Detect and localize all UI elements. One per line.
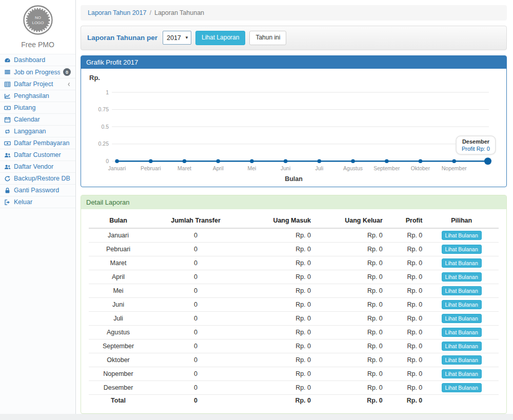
cell-bulan: Januari xyxy=(89,228,148,243)
lihat-bulanan-button[interactable]: Lihat Bulanan xyxy=(442,272,482,282)
svg-text:Oktober: Oktober xyxy=(411,165,430,171)
svg-text:0: 0 xyxy=(106,157,109,164)
dashboard-icon xyxy=(4,57,11,64)
cell-profit: Rp. 0 xyxy=(385,284,425,297)
lihat-bulanan-button[interactable]: Lihat Bulanan xyxy=(442,314,482,323)
table-row-maret: Maret0Rp. 0Rp. 0Rp. 0Lihat Bulanan xyxy=(89,256,499,270)
lihat-bulanan-button[interactable]: Lihat Bulanan xyxy=(442,231,482,240)
sidebar-item-ganti-password[interactable]: Ganti Password xyxy=(0,184,75,196)
total-pilihan-empty xyxy=(424,394,499,406)
cell-jumlah-transfer: 0 xyxy=(148,297,244,311)
svg-text:Pebruari: Pebruari xyxy=(141,165,161,171)
svg-text:NO: NO xyxy=(35,15,41,20)
svg-text:Mei: Mei xyxy=(247,165,256,171)
sidebar-item-backup-restore-db[interactable]: Backup/Restore DB xyxy=(0,172,75,184)
cell-uang-keluar: Rp. 0 xyxy=(313,325,385,339)
cell-profit: Rp. 0 xyxy=(385,228,425,243)
cell-profit: Rp. 0 xyxy=(385,353,425,367)
sidebar-item-piutang[interactable]: Piutang xyxy=(0,102,75,113)
svg-text:0.75: 0.75 xyxy=(98,106,109,112)
y-axis-label: Rp. xyxy=(89,74,499,83)
svg-text:0.5: 0.5 xyxy=(101,123,109,129)
lihat-bulanan-button[interactable]: Lihat Bulanan xyxy=(442,342,482,351)
sidebar-item-calendar[interactable]: Calendar xyxy=(0,113,75,125)
sidebar-item-daftar-vendor[interactable]: Daftar Vendor xyxy=(0,161,75,172)
sidebar-item-langganan[interactable]: Langganan xyxy=(0,125,75,137)
profit-chart[interactable]: 10.750.50.250JanuariPebruariMaretAprilMe… xyxy=(88,84,499,174)
cell-uang-keluar: Rp. 0 xyxy=(313,242,385,256)
table-row-juni: Juni0Rp. 0Rp. 0Rp. 0Lihat Bulanan xyxy=(89,297,499,311)
cell-pilihan: Lihat Bulanan xyxy=(424,256,499,270)
svg-text:Nopember: Nopember xyxy=(442,165,467,171)
sidebar-item-label: Backup/Restore DB xyxy=(14,175,73,182)
detail-laporan-panel: Detail Laporan Bulan Jumlah Transfer Uan… xyxy=(81,195,507,414)
sidebar-menu: DashboardJob on Progress0Daftar ProjectP… xyxy=(0,54,75,208)
year-select[interactable]: 2017 xyxy=(163,31,191,45)
svg-text:0.25: 0.25 xyxy=(98,141,109,147)
lihat-bulanan-button[interactable]: Lihat Bulanan xyxy=(442,258,482,268)
sidebar-item-daftar-pembayaran[interactable]: Daftar Pembayaran xyxy=(0,137,75,149)
tahun-ini-button[interactable]: Tahun ini xyxy=(249,31,286,45)
lihat-bulanan-button[interactable]: Lihat Bulanan xyxy=(442,300,482,309)
cell-uang-masuk: Rp. 0 xyxy=(244,339,313,353)
cell-pilihan: Lihat Bulanan xyxy=(424,381,499,394)
cell-profit: Rp. 0 xyxy=(385,367,425,381)
lihat-bulanan-button[interactable]: Lihat Bulanan xyxy=(442,245,482,254)
calendar-icon xyxy=(4,116,11,123)
cell-uang-keluar: Rp. 0 xyxy=(313,284,385,297)
line-chart-icon xyxy=(4,93,11,99)
lihat-bulanan-button[interactable]: Lihat Bulanan xyxy=(442,369,482,378)
cell-jumlah-transfer: 0 xyxy=(148,325,244,339)
sidebar-item-daftar-project[interactable]: Daftar Project xyxy=(0,78,75,90)
cell-uang-keluar: Rp. 0 xyxy=(313,367,385,381)
lihat-bulanan-button[interactable]: Lihat Bulanan xyxy=(442,328,482,337)
lihat-bulanan-button[interactable]: Lihat Bulanan xyxy=(442,383,482,392)
cell-bulan: Agustus xyxy=(89,325,148,339)
lihat-laporan-button[interactable]: Lihat Laporan xyxy=(195,31,245,45)
sidebar-item-dashboard[interactable]: Dashboard xyxy=(0,54,75,66)
cell-bulan: Maret xyxy=(89,256,148,270)
report-table-body: Bulan Jumlah Transfer Uang Masuk Uang Ke… xyxy=(81,209,506,413)
lihat-bulanan-button[interactable]: Lihat Bulanan xyxy=(442,286,482,295)
cell-profit: Rp. 0 xyxy=(385,311,425,325)
sidebar-item-label: Ganti Password xyxy=(14,187,73,194)
cell-uang-masuk: Rp. 0 xyxy=(244,353,313,367)
cell-uang-keluar: Rp. 0 xyxy=(313,256,385,270)
svg-text:April: April xyxy=(213,165,224,171)
cell-jumlah-transfer: 0 xyxy=(148,284,244,297)
breadcrumb-link-laporan-tahun[interactable]: Laporan Tahun 2017 xyxy=(88,9,146,16)
svg-text:1: 1 xyxy=(106,89,109,95)
cell-bulan: Oktober xyxy=(89,353,148,367)
svg-text:LOGO: LOGO xyxy=(32,21,44,25)
table-row-oktober: Oktober0Rp. 0Rp. 0Rp. 0Lihat Bulanan xyxy=(89,353,499,367)
col-header-uang-keluar: Uang Keluar xyxy=(313,213,385,228)
col-header-bulan: Bulan xyxy=(89,213,148,228)
sidebar-item-keluar[interactable]: Keluar xyxy=(0,196,75,208)
chart-tooltip-title: Desember xyxy=(462,138,490,145)
cell-profit: Rp. 0 xyxy=(385,256,425,270)
logo-box: NO LOGO xyxy=(0,0,75,38)
sidebar-item-label: Keluar xyxy=(14,198,73,206)
table-row-desember: Desember0Rp. 0Rp. 0Rp. 0Lihat Bulanan xyxy=(89,381,499,394)
cell-jumlah-transfer: 0 xyxy=(148,353,244,367)
cell-jumlah-transfer: 0 xyxy=(148,339,244,353)
cell-bulan: Pebruari xyxy=(89,242,148,256)
sign-out-icon xyxy=(4,199,11,206)
sidebar-item-penghasilan[interactable]: Penghasilan xyxy=(0,90,75,102)
cell-bulan: Juni xyxy=(89,297,148,311)
cell-pilihan: Lihat Bulanan xyxy=(424,242,499,256)
lihat-bulanan-button[interactable]: Lihat Bulanan xyxy=(442,355,482,365)
cell-pilihan: Lihat Bulanan xyxy=(424,339,499,353)
cell-bulan: Juli xyxy=(89,311,148,325)
sidebar-item-job-on-progress[interactable]: Job on Progress0 xyxy=(0,66,75,78)
svg-text:Juli: Juli xyxy=(315,165,323,171)
total-label: Total xyxy=(89,394,148,406)
cell-pilihan: Lihat Bulanan xyxy=(424,270,499,284)
cell-uang-keluar: Rp. 0 xyxy=(313,353,385,367)
cell-profit: Rp. 0 xyxy=(385,325,425,339)
cell-pilihan: Lihat Bulanan xyxy=(424,311,499,325)
table-icon xyxy=(4,81,11,88)
table-row-agustus: Agustus0Rp. 0Rp. 0Rp. 0Lihat Bulanan xyxy=(89,325,499,339)
chart-panel-title: Grafik Profit 2017 xyxy=(81,56,506,69)
sidebar-item-daftar-customer[interactable]: Daftar Customer xyxy=(0,149,75,161)
